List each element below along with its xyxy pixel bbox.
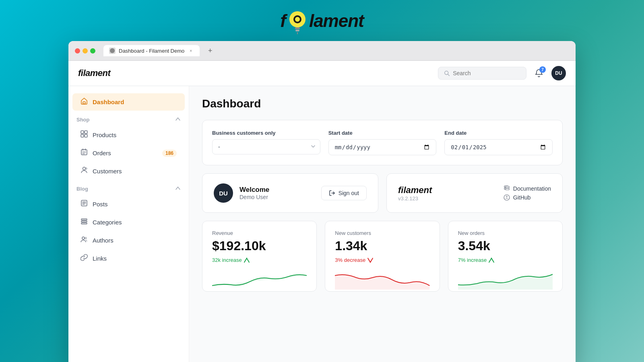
customers-icon bbox=[80, 167, 88, 176]
top-nav-right: 7 DU bbox=[438, 66, 566, 81]
info-cards-row: DU Welcome Demo User Sign out bbox=[202, 173, 563, 213]
minimize-button[interactable] bbox=[83, 48, 88, 53]
revenue-arrow-icon bbox=[244, 257, 250, 263]
main-content: Dashboard Business customers only - Yes … bbox=[189, 86, 576, 362]
tab-close-button[interactable]: × bbox=[188, 47, 194, 54]
revenue-value: $192.10k bbox=[212, 239, 307, 253]
maximize-button[interactable] bbox=[90, 48, 95, 53]
filament-brand: filament bbox=[398, 185, 432, 195]
close-button[interactable] bbox=[75, 48, 80, 53]
documentation-label: Documentation bbox=[513, 185, 551, 192]
business-select-wrapper: - Yes No bbox=[212, 139, 320, 154]
shop-toggle-icon[interactable] bbox=[175, 116, 181, 123]
customers-arrow-icon bbox=[367, 257, 374, 263]
home-icon bbox=[80, 97, 88, 107]
start-date-input[interactable] bbox=[328, 139, 437, 155]
filter-card: Business customers only - Yes No bbox=[202, 120, 563, 165]
revenue-chart bbox=[212, 269, 307, 290]
traffic-lights bbox=[75, 48, 95, 53]
page-title: Dashboard bbox=[202, 97, 563, 110]
stat-card-revenue: Revenue $192.10k 32k increase bbox=[202, 221, 317, 292]
orders-change: 7% increase bbox=[458, 257, 553, 263]
links-icon bbox=[80, 254, 88, 263]
sidebar-authors-label: Authors bbox=[93, 237, 114, 244]
stat-card-customers: New customers 1.34k 3% decrease bbox=[325, 221, 440, 292]
orders-icon bbox=[80, 148, 88, 158]
customers-value: 1.34k bbox=[335, 239, 429, 253]
authors-icon bbox=[80, 236, 88, 245]
welcome-text: Welcome Demo User bbox=[239, 186, 269, 200]
stats-row: Revenue $192.10k 32k increase bbox=[202, 221, 563, 292]
svg-rect-31 bbox=[506, 186, 509, 188]
svg-rect-24 bbox=[81, 221, 87, 222]
business-select[interactable]: - Yes No bbox=[212, 139, 320, 154]
browser-tab[interactable]: Dashboard - Filament Demo × bbox=[103, 45, 200, 56]
blog-toggle-icon[interactable] bbox=[175, 185, 181, 192]
filter-business: Business customers only - Yes No bbox=[212, 130, 320, 155]
notification-button[interactable]: 7 bbox=[531, 66, 547, 81]
user-avatar-button[interactable]: DU bbox=[551, 66, 566, 80]
filament-info-card: filament v3.2.123 Documentation bbox=[386, 173, 563, 213]
browser-window: Dashboard - Filament Demo × + filament 7 bbox=[68, 41, 576, 362]
github-link[interactable]: GitHub bbox=[504, 194, 551, 201]
svg-rect-25 bbox=[81, 223, 87, 224]
search-bar[interactable] bbox=[438, 67, 526, 80]
customers-change: 3% decrease bbox=[335, 257, 429, 263]
sidebar-item-links[interactable]: Links bbox=[72, 250, 185, 267]
sidebar-item-posts[interactable]: Posts bbox=[72, 195, 185, 213]
revenue-change-text: 32k increase bbox=[212, 257, 242, 263]
orders-value: 3.54k bbox=[458, 239, 553, 253]
sidebar-item-products[interactable]: Products bbox=[72, 126, 185, 144]
start-date-label: Start date bbox=[328, 130, 437, 136]
stat-card-orders: New orders 3.54k 7% increase bbox=[448, 221, 563, 292]
sidebar-item-orders[interactable]: Orders 186 bbox=[72, 144, 185, 162]
top-navigation: filament 7 DU bbox=[68, 61, 576, 86]
svg-rect-11 bbox=[85, 131, 87, 134]
svg-rect-32 bbox=[506, 188, 509, 190]
sidebar-item-customers[interactable]: Customers bbox=[72, 162, 185, 180]
svg-point-17 bbox=[83, 167, 86, 170]
orders-arrow-icon bbox=[488, 257, 495, 263]
documentation-link[interactable]: Documentation bbox=[504, 185, 551, 192]
orders-change-text: 7% increase bbox=[458, 257, 487, 263]
svg-rect-4 bbox=[295, 30, 299, 31]
new-tab-button[interactable]: + bbox=[204, 45, 216, 56]
tab-favicon bbox=[109, 47, 116, 54]
svg-rect-23 bbox=[81, 219, 87, 220]
customers-change-text: 3% decrease bbox=[335, 257, 365, 263]
svg-rect-9 bbox=[83, 102, 85, 104]
docs-icon bbox=[504, 185, 510, 192]
svg-point-34 bbox=[506, 196, 507, 197]
github-label: GitHub bbox=[513, 194, 531, 201]
sidebar-item-categories[interactable]: Categories bbox=[72, 214, 185, 231]
sidebar-item-authors[interactable]: Authors bbox=[72, 232, 185, 249]
svg-point-27 bbox=[85, 237, 87, 239]
sign-out-button[interactable]: Sign out bbox=[321, 186, 367, 200]
svg-point-6 bbox=[110, 48, 115, 53]
sidebar-item-dashboard[interactable]: Dashboard bbox=[72, 93, 185, 111]
sidebar-orders-label: Orders bbox=[93, 150, 111, 156]
filament-brand-block: filament v3.2.123 bbox=[398, 185, 432, 202]
shop-section-label: Shop bbox=[76, 117, 90, 123]
sidebar-posts-label: Posts bbox=[93, 201, 108, 208]
github-icon bbox=[504, 194, 510, 201]
app-logo: filament bbox=[78, 68, 110, 78]
revenue-change: 32k increase bbox=[212, 257, 307, 263]
search-icon bbox=[444, 70, 450, 76]
orders-stat-label: New orders bbox=[458, 230, 553, 236]
svg-rect-12 bbox=[81, 134, 84, 137]
end-date-input[interactable] bbox=[444, 139, 553, 155]
sidebar-categories-label: Categories bbox=[93, 219, 122, 226]
filter-start-date: Start date bbox=[328, 130, 437, 155]
tab-title: Dashboard - Filament Demo bbox=[119, 48, 184, 54]
filament-links: Documentation GitHub bbox=[504, 185, 551, 201]
sign-out-label: Sign out bbox=[339, 190, 359, 196]
notification-badge: 7 bbox=[539, 66, 546, 73]
sidebar-customers-label: Customers bbox=[93, 168, 122, 175]
app-body: Dashboard Shop Products bbox=[68, 86, 576, 362]
blog-section-label: Blog bbox=[76, 186, 88, 192]
filament-version: v3.2.123 bbox=[398, 195, 432, 202]
products-icon bbox=[80, 130, 88, 140]
revenue-label: Revenue bbox=[212, 230, 307, 236]
search-input[interactable] bbox=[453, 70, 520, 76]
